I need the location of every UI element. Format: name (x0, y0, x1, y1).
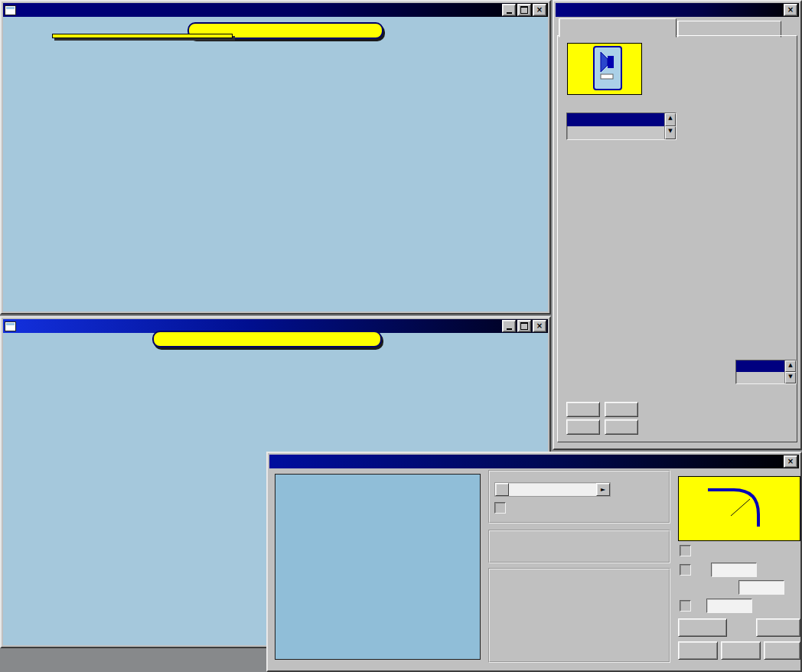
control-titlebar[interactable]: × (556, 3, 799, 17)
distance-slider-thumb[interactable] (495, 483, 509, 496)
design-chart-area (3, 17, 548, 312)
bevel-option (680, 563, 761, 577)
baffle-edge-panel (678, 476, 800, 541)
a-field[interactable] (711, 563, 757, 577)
tab-enclosure-parameters[interactable] (559, 18, 676, 38)
r-field[interactable] (706, 599, 752, 613)
bevel-b-row (680, 580, 789, 595)
close-button[interactable]: × (784, 455, 797, 468)
configuration-option[interactable] (567, 126, 664, 139)
rear-speaker-icon (568, 44, 640, 93)
configuration-option-selected[interactable] (567, 113, 664, 126)
square-checkbox[interactable] (680, 545, 691, 556)
bevel-checkbox[interactable] (680, 564, 691, 576)
baffle-edge-diagram (679, 479, 798, 527)
design-control-window: × ▲ (553, 0, 802, 450)
design-info-box (52, 34, 233, 38)
app-icon (5, 5, 16, 15)
done-button[interactable] (764, 641, 800, 660)
close-button[interactable]: × (533, 320, 546, 332)
scroll-up-button[interactable]: ▲ (665, 113, 676, 126)
round-option (680, 599, 757, 613)
scroll-up-button[interactable]: ▲ (785, 360, 796, 372)
clear-button[interactable] (566, 419, 600, 435)
maximize-button[interactable] (517, 320, 531, 332)
driver-config-icon (567, 43, 642, 95)
close-button[interactable]: × (784, 4, 797, 16)
copy-button[interactable] (721, 641, 761, 660)
driver-location-canvas (275, 474, 481, 660)
scroll-down-button[interactable]: ▼ (785, 372, 796, 383)
front-baffle-group (488, 530, 670, 563)
plot-button[interactable] (678, 641, 718, 660)
horn-type-option[interactable] (736, 372, 784, 383)
b-field[interactable] (738, 580, 784, 595)
horn-type-row: ▲ ▼ (658, 360, 802, 383)
mic-distance-group: ◄ ► (488, 470, 670, 524)
new-button[interactable] (605, 402, 638, 417)
enclosure-design-window: × (0, 0, 551, 315)
chart-title-pill (152, 331, 382, 347)
enclosure-types-header (562, 151, 677, 167)
calculator-titlebar[interactable]: × (269, 455, 799, 468)
design-titlebar[interactable]: × (3, 3, 548, 17)
horn-type-combo[interactable]: ▲ ▼ (735, 360, 797, 384)
app-icon (5, 321, 16, 331)
scroll-right-arrow[interactable]: ► (596, 483, 610, 496)
control-tab-content: ▲ ▼ (557, 35, 797, 442)
horn-type-option-selected[interactable] (736, 360, 784, 372)
minimize-button[interactable] (502, 4, 516, 16)
clear-button[interactable] (756, 618, 800, 637)
diffraction-calculator-window: × ◄ ► (266, 452, 802, 672)
driver-location-group (488, 568, 670, 663)
configuration-combo[interactable]: ▲ ▼ (566, 113, 676, 140)
distance-scrollbar[interactable]: ◄ ► (494, 482, 611, 497)
maximize-button[interactable] (517, 4, 531, 16)
desktop: × × × (0, 0, 802, 672)
print-button[interactable] (678, 618, 727, 637)
include-checkbox[interactable] (494, 502, 506, 514)
round-checkbox[interactable] (680, 600, 691, 612)
scroll-down-button[interactable]: ▼ (665, 126, 676, 139)
square-option (680, 545, 697, 556)
minimize-button[interactable] (502, 320, 516, 332)
scale-button[interactable] (566, 402, 600, 417)
close-button[interactable]: × (533, 4, 546, 16)
spl-phase-chart (3, 17, 548, 312)
print-button[interactable] (605, 419, 638, 435)
